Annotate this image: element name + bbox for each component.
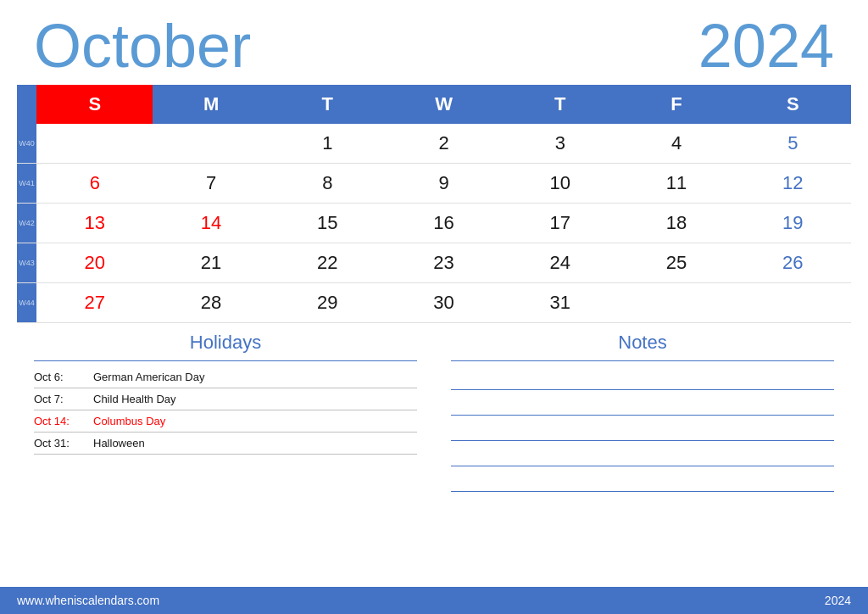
calendar-day: 10: [502, 164, 618, 204]
note-line[interactable]: [451, 443, 834, 466]
calendar-day: 25: [618, 243, 734, 283]
calendar-day: 7: [153, 164, 269, 204]
week-number: W44: [17, 283, 36, 323]
holidays-list: Oct 6:German American DayOct 7:Child Hea…: [34, 366, 417, 455]
holiday-item: Oct 14:Columbus Day: [34, 410, 417, 433]
calendar-day: 28: [153, 283, 269, 323]
week-number: W40: [17, 124, 36, 164]
calendar-day: 5: [735, 124, 851, 164]
holidays-divider: [34, 360, 417, 361]
footer-year: 2024: [825, 594, 851, 607]
note-line[interactable]: [451, 468, 834, 492]
tuesday-header: T: [270, 85, 386, 124]
notes-section: Notes: [442, 332, 843, 587]
calendar-day: 27: [36, 283, 153, 323]
calendar-day: 1: [270, 124, 386, 164]
calendar-container: S M T W T F S W4012345W416789101112W4213…: [0, 85, 868, 323]
calendar-day: [618, 283, 734, 323]
calendar-day: 11: [618, 164, 734, 204]
calendar-day: 18: [618, 204, 734, 243]
saturday-header: S: [735, 85, 851, 124]
holidays-section: Holidays Oct 6:German American DayOct 7:…: [25, 332, 426, 587]
holidays-title: Holidays: [34, 332, 417, 354]
calendar-day: 17: [502, 204, 618, 243]
calendar-day: [153, 124, 269, 164]
holiday-date: Oct 7:: [34, 393, 93, 405]
calendar-day: 29: [270, 283, 386, 323]
week-number: W42: [17, 204, 36, 243]
calendar-day: 12: [735, 164, 851, 204]
calendar-day: 24: [502, 243, 618, 283]
calendar-day: 15: [270, 204, 386, 243]
calendar-day: 9: [386, 164, 502, 204]
calendar-day: 20: [36, 243, 153, 283]
footer-url: www.wheniscalendars.com: [17, 594, 159, 607]
calendar-row: W4213141516171819: [17, 204, 851, 243]
month-title: October: [34, 15, 251, 76]
calendar-day: 4: [618, 124, 734, 164]
notes-lines: [451, 366, 834, 492]
week-num-header: [17, 85, 36, 124]
holiday-date: Oct 31:: [34, 437, 93, 449]
notes-title: Notes: [451, 332, 834, 354]
holiday-item: Oct 7:Child Health Day: [34, 388, 417, 410]
holiday-date: Oct 14:: [34, 415, 93, 427]
wednesday-header: W: [386, 85, 502, 124]
calendar-table: S M T W T F S W4012345W416789101112W4213…: [17, 85, 851, 323]
header: October 2024: [0, 0, 868, 85]
calendar-page: October 2024 S M T W T F S W4012345W4167…: [0, 0, 868, 614]
holiday-name: Columbus Day: [93, 415, 165, 427]
friday-header: F: [618, 85, 734, 124]
bottom-section: Holidays Oct 6:German American DayOct 7:…: [0, 323, 868, 587]
monday-header: M: [153, 85, 269, 124]
calendar-day: [36, 124, 153, 164]
week-number: W43: [17, 243, 36, 283]
notes-divider: [451, 360, 834, 361]
week-number: W41: [17, 164, 36, 204]
holiday-item: Oct 31:Halloween: [34, 433, 417, 455]
calendar-day: 3: [502, 124, 618, 164]
calendar-day: 26: [735, 243, 851, 283]
sunday-header: S: [36, 85, 153, 124]
calendar-row: W4320212223242526: [17, 243, 851, 283]
calendar-day: 22: [270, 243, 386, 283]
calendar-row: W442728293031: [17, 283, 851, 323]
calendar-row: W416789101112: [17, 164, 851, 204]
calendar-day: 8: [270, 164, 386, 204]
note-line[interactable]: [451, 366, 834, 390]
calendar-day: 21: [153, 243, 269, 283]
calendar-row: W4012345: [17, 124, 851, 164]
calendar-day: 16: [386, 204, 502, 243]
holiday-name: Child Health Day: [93, 393, 176, 405]
year-title: 2024: [698, 15, 834, 76]
calendar-day: 2: [386, 124, 502, 164]
calendar-day: 19: [735, 204, 851, 243]
calendar-day: 13: [36, 204, 153, 243]
holiday-name: Halloween: [93, 437, 145, 449]
calendar-day: 14: [153, 204, 269, 243]
calendar-day: 31: [502, 283, 618, 323]
note-line[interactable]: [451, 417, 834, 441]
calendar-day: 6: [36, 164, 153, 204]
thursday-header: T: [502, 85, 618, 124]
holiday-item: Oct 6:German American Day: [34, 366, 417, 388]
note-line[interactable]: [451, 392, 834, 416]
calendar-day: 23: [386, 243, 502, 283]
footer: www.wheniscalendars.com 2024: [0, 587, 868, 614]
holiday-name: German American Day: [93, 371, 205, 383]
holiday-date: Oct 6:: [34, 371, 93, 383]
calendar-day: 30: [386, 283, 502, 323]
calendar-day: [735, 283, 851, 323]
